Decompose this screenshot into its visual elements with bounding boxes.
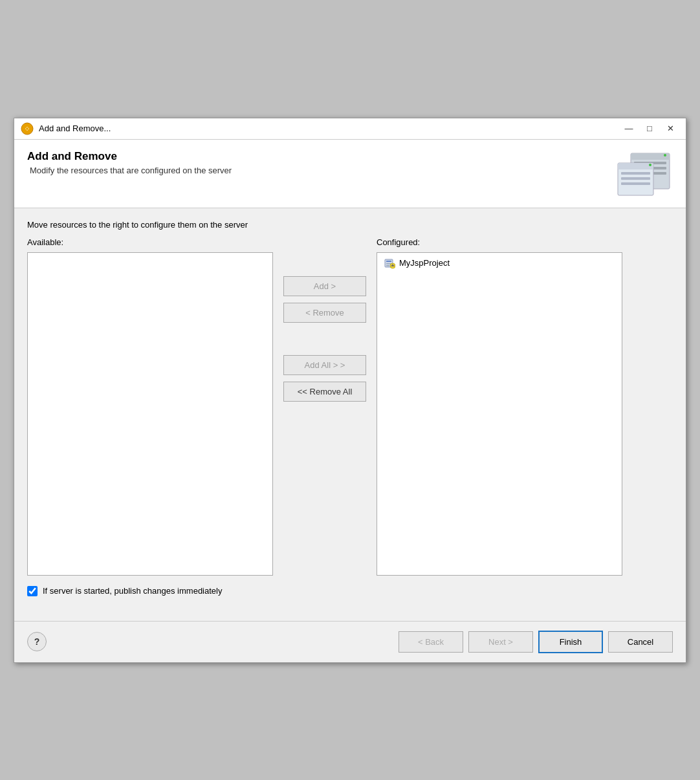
svg-rect-17 (386, 265, 389, 266)
available-label: Available: (27, 237, 273, 247)
content-area: Move resources to the right to configure… (14, 208, 686, 621)
maximize-button[interactable]: □ (640, 122, 659, 135)
list-item[interactable]: MyJspProject (380, 255, 619, 271)
svg-rect-15 (386, 261, 391, 262)
svg-rect-10 (621, 172, 650, 175)
finish-button[interactable]: Finish (538, 631, 603, 653)
server-icon (615, 150, 673, 199)
configured-item-name: MyJspProject (399, 258, 450, 268)
footer-right: < Back Next > Finish Cancel (399, 631, 673, 653)
configured-label: Configured: (377, 237, 622, 247)
available-list[interactable] (27, 252, 273, 576)
back-button[interactable]: < Back (399, 631, 463, 653)
instructions-text: Move resources to the right to configure… (27, 220, 673, 230)
footer: ? < Back Next > Finish Cancel (14, 621, 686, 662)
available-section: Available: (27, 237, 273, 576)
configured-section: Configured: MyJspProject (377, 237, 622, 576)
page-title: Add and Remove (27, 150, 232, 163)
publish-checkbox-row: If server is started, publish changes im… (27, 586, 673, 596)
publish-checkbox[interactable] (27, 586, 38, 596)
add-all-button[interactable]: Add All > > (283, 355, 366, 375)
cancel-button[interactable]: Cancel (608, 631, 673, 653)
add-button[interactable]: Add > (283, 276, 366, 296)
header-text: Add and Remove Modify the resources that… (27, 150, 232, 175)
svg-point-7 (664, 154, 666, 157)
svg-point-13 (649, 164, 651, 166)
svg-rect-9 (618, 163, 653, 169)
project-icon (384, 257, 395, 269)
help-button[interactable]: ? (27, 632, 47, 651)
minimize-button[interactable]: — (620, 122, 638, 135)
remove-all-button[interactable]: << Remove All (283, 382, 366, 402)
svg-rect-20 (391, 265, 395, 266)
svg-rect-3 (631, 153, 670, 160)
svg-rect-12 (621, 182, 650, 185)
remove-button[interactable]: < Remove (283, 303, 366, 323)
configured-list[interactable]: MyJspProject (377, 252, 622, 576)
lists-container: Available: Add > < Remove Add All > > <<… (27, 237, 673, 576)
header-section: Add and Remove Modify the resources that… (14, 140, 686, 208)
svg-point-1 (26, 127, 28, 130)
footer-left: ? (27, 632, 47, 651)
title-bar-left: Add and Remove... (21, 122, 111, 135)
action-buttons-column: Add > < Remove Add All > > << Remove All (273, 237, 377, 402)
title-bar-controls: — □ ✕ (620, 122, 679, 135)
next-button[interactable]: Next > (468, 631, 533, 653)
main-window: Add and Remove... — □ ✕ Add and Remove M… (14, 118, 686, 663)
title-bar: Add and Remove... — □ ✕ (14, 118, 686, 140)
page-subtitle: Modify the resources that are configured… (30, 166, 232, 175)
window-title: Add and Remove... (39, 124, 111, 133)
close-button[interactable]: ✕ (661, 122, 679, 135)
window-icon (21, 122, 34, 135)
svg-rect-11 (621, 177, 650, 180)
publish-checkbox-label[interactable]: If server is started, publish changes im… (43, 586, 222, 596)
